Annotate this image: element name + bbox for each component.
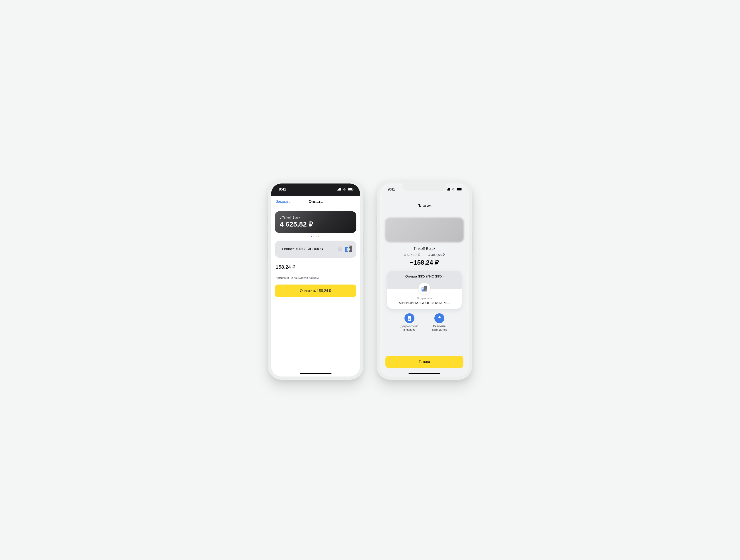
svg-rect-10 [347,248,348,249]
svg-rect-19 [349,249,350,250]
status-time: 9:41 [388,187,395,192]
nav-title: Оплата [308,199,322,204]
provider-name: Оплата ЖКУ (ГИС ЖКХ) [282,247,323,251]
wifi-icon [451,187,455,192]
documents-action[interactable]: Документы по операции [400,313,419,332]
document-icon [404,313,414,323]
svg-rect-31 [425,286,427,291]
svg-rect-6 [353,189,354,190]
svg-rect-43 [426,289,427,290]
wifi-icon [342,187,347,192]
phone-mockup-left: 9:41 Закрыть Оплата с Tinkoff Black 4 62… [268,180,363,380]
page-indicator: ●●●● [275,235,356,237]
svg-rect-33 [423,288,424,289]
svg-rect-42 [425,289,425,290]
phone-mockup-right: 9:41 Платеж Tinkoff Black 4 625,82 ₽ → 4… [377,180,472,380]
svg-rect-11 [346,249,347,250]
merchant-icon [419,283,430,295]
svg-rect-1 [338,189,339,191]
svg-rect-39 [426,287,427,287]
svg-rect-16 [351,246,351,247]
buildings-icon [345,245,353,254]
svg-rect-24 [447,189,448,191]
fee-note: Комиссия не взимается банком [275,273,356,285]
notch [403,184,446,191]
status-indicators [446,187,462,192]
svg-rect-47 [408,319,410,319]
amount-delta: −158,24 ₽ [385,259,463,266]
close-button[interactable]: Закрыть [276,199,290,204]
amount-input[interactable]: 158,24 ₽ [275,264,356,273]
balance-after: 4 467,58 ₽ [429,253,445,257]
svg-rect-36 [422,290,423,290]
svg-rect-15 [349,246,350,247]
nav-bar: Закрыть Оплата [271,196,360,208]
sheet-title: Платеж [380,203,469,208]
svg-rect-5 [348,188,352,190]
receipt-category: Оплата ЖКУ (ГИС ЖКХ) [405,274,444,278]
payment-provider-row[interactable]: ⌄ Оплата ЖКУ (ГИС ЖКХ) [275,241,356,258]
svg-rect-14 [347,250,348,251]
documents-label: Документы по операции [400,325,419,332]
balance-change-line: 4 625,82 ₽ → 4 467,58 ₽ [385,253,463,257]
svg-rect-22 [351,250,351,251]
svg-rect-8 [349,246,352,252]
svg-rect-25 [448,188,449,191]
share-icon [434,313,444,323]
card-label: с Tinkoff Black [280,216,351,219]
svg-rect-37 [423,290,424,290]
receipt-card[interactable]: Оплата ЖКУ (ГИС ЖКХ) Получатель МУНИЦИПА… [387,271,462,309]
svg-rect-41 [426,288,427,289]
chevron-down-icon: ⌄ [278,248,281,251]
pay-button[interactable]: Оплатить 158,24 ₽ [275,285,356,297]
recipient-label: Получатель [390,297,458,300]
svg-rect-28 [457,188,461,190]
svg-rect-17 [349,248,350,248]
svg-rect-40 [425,288,425,289]
svg-rect-20 [351,249,351,250]
svg-rect-7 [345,247,348,252]
info-icon[interactable] [338,247,342,251]
svg-rect-38 [425,287,425,287]
status-time: 9:41 [279,187,286,192]
svg-rect-18 [351,248,351,248]
autopay-label: Включить автоплатеж [430,325,449,332]
svg-rect-12 [347,249,348,250]
svg-rect-32 [422,288,423,289]
svg-rect-44 [425,290,425,291]
svg-rect-26 [449,188,450,191]
screen-payment-result: 9:41 Платеж Tinkoff Black 4 625,82 ₽ → 4… [380,184,469,376]
svg-rect-48 [408,319,410,320]
recipient-name: МУНИЦИПАЛЬНОЕ УНИТАРН... [390,301,458,305]
home-indicator[interactable] [408,373,440,374]
svg-rect-35 [423,289,424,290]
svg-rect-13 [346,250,347,251]
source-account-card[interactable]: с Tinkoff Black 4 625,82 ₽ [275,211,356,233]
status-indicators [337,187,354,192]
card-balance: 4 625,82 ₽ [280,220,351,228]
balance-before: 4 625,82 ₽ [404,253,421,257]
screen-payment-form: 9:41 Закрыть Оплата с Tinkoff Black 4 62… [271,184,360,376]
signal-icon [337,187,341,192]
svg-rect-30 [422,288,424,291]
svg-rect-46 [408,318,410,319]
battery-icon [348,187,354,192]
svg-rect-0 [337,190,338,191]
svg-rect-29 [462,189,462,190]
svg-rect-2 [339,188,340,191]
svg-rect-45 [426,290,427,291]
svg-rect-3 [340,188,341,191]
arrow-icon: → [423,253,426,257]
home-indicator[interactable] [300,373,332,374]
battery-icon [457,187,462,192]
svg-rect-23 [446,190,446,191]
autopay-action[interactable]: Включить автоплатеж [430,313,449,332]
svg-rect-34 [422,289,423,290]
signal-icon [446,187,450,192]
notch [294,184,337,191]
svg-rect-9 [346,248,347,249]
account-name: Tinkoff Black [385,246,463,251]
svg-rect-21 [349,250,350,251]
done-button[interactable]: Готово [385,356,463,368]
